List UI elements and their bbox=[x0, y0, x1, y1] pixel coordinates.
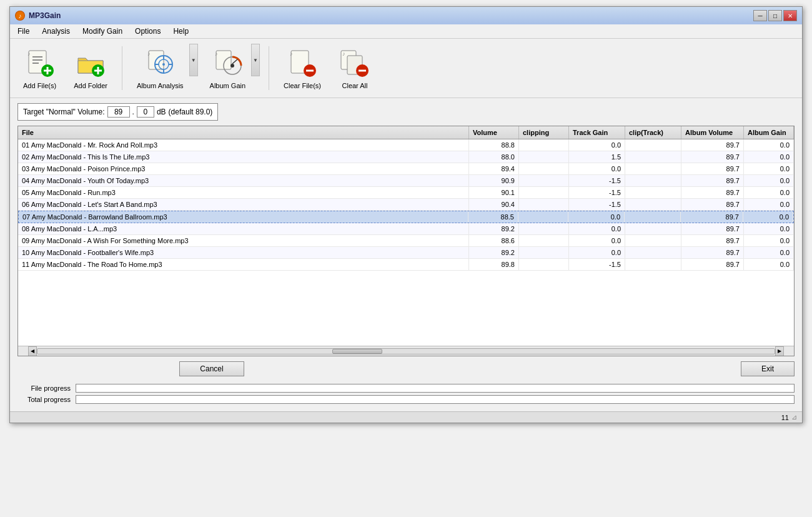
album-analysis-icon: ♪ bbox=[144, 47, 176, 79]
main-window: ♪ MP3Gain ─ □ ✕ File Analysis Modify Gai… bbox=[9, 6, 803, 423]
app-title: MP3Gain bbox=[29, 11, 61, 20]
table-row[interactable]: 05 Amy MacDonald - Run.mp3 90.1 -1.5 89.… bbox=[18, 187, 794, 199]
menu-analysis[interactable]: Analysis bbox=[37, 26, 75, 37]
album-analysis-group: ♪ Album Analysis ▼ bbox=[131, 44, 198, 93]
table-header: File Volume clipping Track Gain clip(Tra… bbox=[18, 126, 794, 139]
cell-album-volume: 89.7 bbox=[681, 235, 744, 246]
table-row[interactable]: 09 Amy MacDonald - A Wish For Something … bbox=[18, 235, 794, 247]
cell-file: 08 Amy MacDonald - L.A...mp3 bbox=[18, 223, 469, 234]
col-album-volume: Album Volume bbox=[681, 126, 744, 139]
exit-button[interactable]: Exit bbox=[741, 361, 795, 376]
cell-track-gain: 0.0 bbox=[569, 247, 625, 258]
table-row[interactable]: 02 Amy MacDonald - This Is The Life.mp3 … bbox=[18, 151, 794, 163]
cell-track-gain: -1.5 bbox=[569, 187, 625, 198]
cell-album-gain: 0.0 bbox=[744, 235, 794, 246]
table-row[interactable]: 04 Amy MacDonald - Youth Of Today.mp3 90… bbox=[18, 175, 794, 187]
cancel-button[interactable]: Cancel bbox=[179, 361, 244, 376]
target-value1[interactable] bbox=[107, 106, 130, 118]
table-row[interactable]: 08 Amy MacDonald - L.A...mp3 89.2 0.0 89… bbox=[18, 223, 794, 235]
cell-file: 03 Amy MacDonald - Poison Prince.mp3 bbox=[18, 163, 469, 174]
menu-file[interactable]: File bbox=[12, 26, 34, 37]
add-files-icon: ♪ bbox=[24, 47, 56, 79]
cell-file: 01 Amy MacDonald - Mr. Rock And Roll.mp3 bbox=[18, 139, 469, 151]
cell-volume: 90.9 bbox=[469, 175, 519, 186]
cell-album-gain: 0.0 bbox=[744, 247, 794, 258]
col-clip-track: clip(Track) bbox=[625, 126, 681, 139]
cell-album-gain: 0.0 bbox=[744, 139, 794, 151]
svg-text:♪: ♪ bbox=[215, 51, 218, 57]
cell-album-gain: 0.0 bbox=[744, 259, 794, 270]
target-label: Target "Normal" Volume: bbox=[23, 108, 105, 116]
cell-album-gain: 0.0 bbox=[744, 175, 794, 186]
cell-album-volume: 89.7 bbox=[681, 187, 744, 198]
table-row[interactable]: 10 Amy MacDonald - Footballer's Wife.mp3… bbox=[18, 247, 794, 259]
cell-volume: 89.8 bbox=[469, 259, 519, 270]
title-bar-left: ♪ MP3Gain bbox=[15, 11, 61, 21]
cell-clip-track bbox=[625, 151, 681, 163]
progress-section: File progress Total progress bbox=[10, 381, 802, 411]
menu-help[interactable]: Help bbox=[168, 26, 194, 37]
target-dot: . bbox=[132, 108, 134, 116]
target-box: Target "Normal" Volume: . dB (default 89… bbox=[17, 103, 218, 121]
scroll-right-arrow[interactable]: ▶ bbox=[775, 346, 784, 356]
menu-modify-gain[interactable]: Modify Gain bbox=[77, 26, 127, 37]
cell-clipping bbox=[519, 163, 569, 174]
menu-options[interactable]: Options bbox=[130, 26, 166, 37]
cell-clip-track bbox=[625, 259, 681, 270]
toolbar: ♪ Add File(s) Add Folder bbox=[10, 39, 802, 98]
target-value2[interactable] bbox=[137, 106, 154, 118]
restore-button[interactable]: □ bbox=[768, 10, 782, 21]
cell-album-volume: 89.7 bbox=[681, 139, 744, 151]
cell-clip-track bbox=[625, 211, 681, 223]
add-folder-button[interactable]: Add Folder bbox=[68, 44, 113, 93]
title-bar: ♪ MP3Gain ─ □ ✕ bbox=[10, 7, 802, 24]
minimize-button[interactable]: ─ bbox=[753, 10, 767, 21]
cell-file: 11 Amy MacDonald - The Road To Home.mp3 bbox=[18, 259, 469, 270]
add-files-label: Add File(s) bbox=[23, 82, 56, 89]
cell-album-volume: 89.7 bbox=[681, 223, 744, 234]
clear-files-button[interactable]: ♪ Clear File(s) bbox=[278, 44, 327, 93]
table-row[interactable]: 06 Amy MacDonald - Let's Start A Band.mp… bbox=[18, 199, 794, 211]
table-row[interactable]: 11 Amy MacDonald - The Road To Home.mp3 … bbox=[18, 259, 794, 271]
cell-volume: 89.2 bbox=[469, 223, 519, 234]
file-table: File Volume clipping Track Gain clip(Tra… bbox=[17, 126, 795, 356]
album-gain-icon: ♪ bbox=[211, 47, 244, 79]
table-row[interactable]: 01 Amy MacDonald - Mr. Rock And Roll.mp3… bbox=[18, 139, 794, 151]
cell-album-volume: 89.7 bbox=[681, 259, 744, 270]
cell-clipping bbox=[519, 223, 569, 234]
table-row[interactable]: 07 Amy MacDonald - Barrowland Ballroom.m… bbox=[18, 211, 794, 223]
album-analysis-dropdown[interactable]: ▼ bbox=[189, 44, 198, 76]
cell-file: 09 Amy MacDonald - A Wish For Something … bbox=[18, 235, 469, 246]
cell-album-gain: 0.0 bbox=[744, 151, 794, 163]
col-album-gain: Album Gain bbox=[744, 126, 794, 139]
svg-line-26 bbox=[232, 59, 237, 64]
total-progress-row: Total progress bbox=[17, 395, 795, 404]
album-analysis-button[interactable]: ♪ Album Analysis bbox=[131, 44, 189, 93]
cell-clip-track bbox=[625, 235, 681, 246]
cell-track-gain: 0.0 bbox=[568, 211, 625, 223]
clear-all-button[interactable]: ♪ Clear All bbox=[333, 44, 377, 93]
horizontal-scrollbar[interactable]: ◀ ▶ bbox=[18, 346, 794, 356]
cell-album-volume: 89.7 bbox=[681, 247, 744, 258]
cell-album-volume: 89.7 bbox=[681, 199, 744, 210]
table-row[interactable]: 03 Amy MacDonald - Poison Prince.mp3 89.… bbox=[18, 163, 794, 175]
cell-track-gain: 0.0 bbox=[569, 139, 625, 151]
svg-text:♪: ♪ bbox=[27, 51, 31, 57]
scroll-left-arrow[interactable]: ◀ bbox=[28, 346, 37, 356]
cell-track-gain: 0.0 bbox=[569, 235, 625, 246]
cell-clip-track bbox=[625, 139, 681, 151]
scrollbar-thumb[interactable] bbox=[332, 349, 382, 354]
svg-text:♪: ♪ bbox=[19, 13, 22, 19]
cell-track-gain: 0.0 bbox=[569, 163, 625, 174]
add-files-button[interactable]: ♪ Add File(s) bbox=[17, 44, 62, 93]
col-clipping: clipping bbox=[519, 126, 569, 139]
scrollbar-track[interactable] bbox=[37, 348, 775, 354]
svg-text:♪: ♪ bbox=[290, 51, 293, 57]
clear-files-icon: ♪ bbox=[286, 47, 319, 79]
close-button[interactable]: ✕ bbox=[783, 10, 797, 21]
cell-album-gain: 0.0 bbox=[743, 211, 793, 223]
album-gain-dropdown[interactable]: ▼ bbox=[251, 44, 260, 76]
album-gain-button[interactable]: ♪ Album Gain bbox=[204, 44, 251, 93]
add-folder-label: Add Folder bbox=[74, 82, 107, 89]
cell-album-gain: 0.0 bbox=[744, 199, 794, 210]
